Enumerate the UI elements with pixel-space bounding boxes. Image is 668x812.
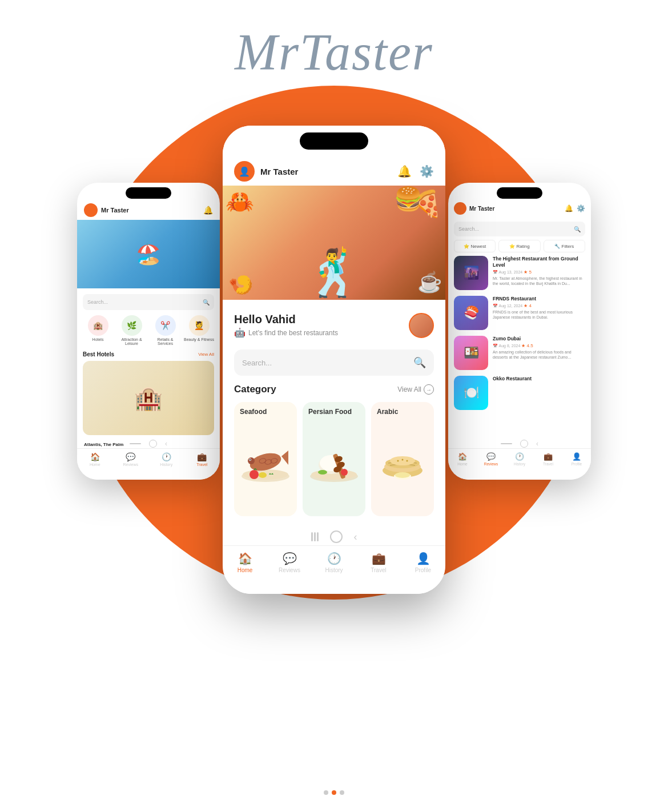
review-desc-2: FRNDS is one of the best and most luxuri… — [493, 309, 585, 320]
dot-3[interactable] — [340, 790, 344, 795]
category-card-arabic[interactable]: Arabic — [371, 402, 434, 516]
review-item-4[interactable]: 🍽️ Okko Restaurant — [454, 376, 585, 410]
svg-point-6 — [250, 459, 251, 460]
left-view-all[interactable]: View All — [198, 352, 214, 357]
left-cat-label-beauty: Beauty & Fitness — [184, 337, 214, 341]
center-gesture-lines — [311, 532, 319, 541]
left-phone-header: Mr Taster 🔔 — [77, 200, 220, 220]
center-category-header: Category View All → — [234, 384, 434, 395]
left-gesture-circle — [149, 440, 157, 448]
filter-rating[interactable]: ⭐ Rating — [498, 240, 540, 252]
left-cat-retails[interactable]: ✂️ Retails & Services — [150, 315, 180, 345]
left-categories: 🏨 Hotels 🌿 Attraction & Leisure ✂️ Retai… — [83, 315, 214, 345]
review-star-1: ★ 5 — [524, 270, 532, 275]
right-nav-history-icon: 🕐 — [515, 452, 524, 461]
svg-point-21 — [341, 469, 348, 476]
svg-point-25 — [390, 456, 415, 465]
center-search-placeholder: Search... — [242, 359, 413, 367]
category-card-persian[interactable]: Persian Food — [303, 402, 365, 516]
center-nav-profile[interactable]: 👤 Profile — [401, 552, 445, 573]
left-nav-reviews[interactable]: 💬 Reviews — [113, 452, 149, 467]
right-nav-profile[interactable]: 👤 Profile — [562, 452, 591, 466]
center-nav-travel[interactable]: 💼 Travel — [356, 552, 401, 573]
right-gesture-chevron: ‹ — [536, 440, 538, 448]
svg-point-27 — [402, 459, 404, 461]
filter-newest[interactable]: ⭐ Newest — [454, 240, 496, 252]
left-nav-home-label: Home — [90, 463, 100, 467]
right-nav-travel-label: Travel — [543, 462, 553, 466]
review-star-3: ★ 4.5 — [521, 343, 533, 348]
review-info-3: Zumo Dubai 📅 Aug 8, 2024 ★ 4.5 An amazin… — [493, 336, 585, 370]
center-nav-history-icon: 🕐 — [327, 552, 341, 565]
center-phone-notch — [300, 132, 368, 150]
right-nav-travel[interactable]: 💼 Travel — [534, 452, 562, 466]
right-nav-home[interactable]: 🏠 Home — [448, 452, 477, 466]
left-nav-home-icon: 🏠 — [90, 452, 100, 461]
right-search-bar[interactable]: Search... 🔍 — [454, 222, 585, 236]
hero-food-shrimp: 🍤 — [228, 274, 253, 297]
left-hotel-card[interactable]: 🏨 — [83, 361, 214, 435]
right-gesture-bar: ‹ — [448, 440, 591, 448]
right-nav-home-icon: 🏠 — [458, 452, 467, 461]
right-phone-notch — [497, 187, 542, 199]
review-desc-1: Mr. Taster at Atmosphere, the highest re… — [493, 276, 585, 286]
review-item-3[interactable]: 🍱 Zumo Dubai 📅 Aug 8, 2024 ★ 4.5 An amaz… — [454, 336, 585, 370]
right-search-icon: 🔍 — [574, 226, 581, 232]
dot-2[interactable] — [332, 790, 336, 795]
left-gesture-chevron: ‹ — [165, 440, 167, 448]
review-star-2: ★ 4 — [524, 303, 532, 308]
center-avatar-emoji: 👤 — [239, 166, 250, 177]
center-nav-profile-icon: 👤 — [416, 552, 430, 565]
right-gesture-lines — [501, 443, 512, 444]
left-hero-banner: 🏖️ — [77, 220, 220, 288]
right-nav-reviews[interactable]: 💬 Reviews — [477, 452, 505, 466]
app-title: MrTaster — [235, 23, 433, 82]
review-title-4: Okko Restaurant — [493, 376, 585, 382]
center-menu-icon[interactable]: ⚙️ — [420, 164, 434, 178]
review-title-2: FRNDS Restaurant — [493, 296, 585, 302]
center-nav-reviews[interactable]: 💬 Reviews — [267, 552, 312, 573]
bottom-dots — [324, 790, 344, 795]
svg-point-26 — [397, 460, 399, 462]
left-nav-travel[interactable]: 💼 Travel — [184, 452, 220, 467]
seafood-svg — [237, 433, 294, 485]
center-view-all[interactable]: View All → — [397, 384, 434, 395]
left-nav-history[interactable]: 🕐 History — [148, 452, 184, 467]
right-reviews-list: 🌆 The Highest Restaurant from Ground Lev… — [454, 256, 585, 448]
center-nav-home[interactable]: 🏠 Home — [223, 552, 267, 573]
left-nav-travel-icon: 💼 — [197, 452, 207, 461]
right-bell-icon: 🔔 — [565, 204, 573, 212]
right-phone: Mr Taster 🔔 ⚙️ Search... 🔍 ⭐ Newest ⭐ Ra… — [448, 183, 591, 480]
review-item-1[interactable]: 🌆 The Highest Restaurant from Ground Lev… — [454, 256, 585, 290]
review-info-2: FRNDS Restaurant 📅 Aug 12, 2024 ★ 4 FRND… — [493, 296, 585, 330]
category-image-persian — [303, 419, 365, 499]
left-cat-hotels[interactable]: 🏨 Hotels — [83, 315, 113, 345]
right-filters-row: ⭐ Newest ⭐ Rating 🔧 Filters — [454, 240, 585, 252]
left-cat-beauty[interactable]: 💆 Beauty & Fitness — [184, 315, 214, 345]
review-desc-3: An amazing collection of delicious foods… — [493, 349, 585, 360]
category-image-seafood — [234, 419, 297, 499]
right-menu-icon: ⚙️ — [577, 204, 585, 212]
center-category-section: Category View All → Seafood — [234, 384, 434, 516]
left-nav-home[interactable]: 🏠 Home — [77, 452, 113, 467]
filter-filters[interactable]: 🔧 Filters — [544, 240, 585, 252]
dot-1[interactable] — [324, 790, 328, 795]
center-header-icons: 🔔 ⚙️ — [397, 164, 434, 178]
center-nav-home-label: Home — [238, 567, 253, 573]
left-cat-attraction[interactable]: 🌿 Attraction & Leisure — [116, 315, 147, 345]
center-search-bar[interactable]: Search... 🔍 — [234, 349, 434, 376]
left-cat-label-hotels: Hotels — [92, 337, 104, 341]
left-cat-icon-beauty: 💆 — [189, 315, 210, 336]
phones-container: Mr Taster 🔔 🏖️ Search... 🔍 🏨 Hotels 🌿 — [77, 114, 591, 771]
center-username: Mr Taster — [260, 167, 397, 176]
center-category-cards: Seafood — [234, 402, 434, 516]
center-bell-icon[interactable]: 🔔 — [397, 164, 412, 178]
center-nav-history[interactable]: 🕐 History — [312, 552, 356, 573]
review-item-2[interactable]: 🍣 FRNDS Restaurant 📅 Aug 12, 2024 ★ 4 FR… — [454, 296, 585, 330]
center-hero-banner: 🦀 🍤 🍕 🍔 ☕ 🕺 — [223, 186, 445, 300]
center-user-avatar[interactable] — [409, 313, 434, 338]
left-cat-icon-retails: ✂️ — [155, 315, 176, 336]
right-nav-history[interactable]: 🕐 History — [505, 452, 534, 466]
left-search-bar[interactable]: Search... 🔍 — [83, 294, 214, 310]
category-card-seafood[interactable]: Seafood — [234, 402, 297, 516]
